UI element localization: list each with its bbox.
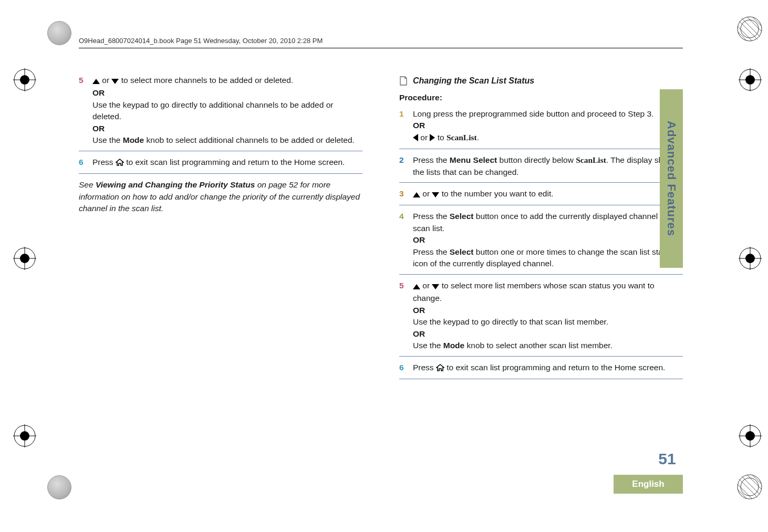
mode-label: Mode	[123, 135, 144, 144]
svg-line-7	[752, 17, 762, 26]
text: Use the keypad to go directly to that sc…	[413, 317, 608, 326]
step-number: 5	[79, 75, 86, 147]
crop-mark-icon	[739, 424, 762, 447]
crop-mark-icon	[13, 424, 36, 447]
or-label: OR	[413, 235, 425, 244]
svg-marker-45	[432, 192, 439, 197]
svg-line-15	[752, 475, 762, 484]
step-number: 6	[79, 157, 86, 169]
side-tab-label: Advanced Features	[665, 121, 678, 236]
right-triangle-icon	[430, 133, 435, 144]
left-triangle-icon	[413, 133, 418, 144]
step-number: 6	[399, 362, 407, 374]
cross-ref: Viewing and Changing the Priority Status	[96, 180, 255, 189]
left-column: 5 or to select more channels to be added…	[79, 75, 362, 384]
step-4-right: 4 Press the Select button once to add th…	[399, 211, 683, 269]
crop-mark-icon	[739, 247, 762, 270]
step-number: 4	[399, 211, 407, 269]
step-number: 2	[399, 154, 407, 178]
language-box: English	[614, 475, 683, 494]
crop-mark-icon	[13, 68, 36, 91]
svg-line-3	[742, 18, 760, 37]
procedure-label: Procedure:	[399, 92, 683, 103]
text: or	[100, 76, 111, 85]
down-triangle-icon	[111, 76, 119, 87]
svg-line-11	[742, 476, 760, 495]
scanlist-label: ScanList	[447, 133, 477, 142]
text: Press the	[413, 155, 450, 164]
step-6-left: 6 Press to exit scan list programming an…	[79, 157, 362, 169]
text: knob to select another scan list member.	[464, 341, 613, 350]
step-number: 3	[399, 188, 407, 201]
step-separator	[399, 274, 683, 275]
select-label: Select	[450, 212, 474, 221]
step-body: Press to exit scan list programming and …	[92, 157, 362, 169]
step-separator	[399, 356, 683, 357]
step-number: 5	[399, 280, 407, 352]
step-separator	[79, 151, 362, 151]
svg-line-14	[738, 489, 747, 499]
text: to the number you want to edit.	[439, 189, 553, 198]
select-label: Select	[450, 247, 474, 256]
document-icon	[399, 76, 408, 86]
language-label: English	[632, 479, 664, 489]
down-triangle-icon	[432, 189, 439, 201]
see-note: See Viewing and Changing the Priority St…	[79, 179, 362, 214]
registration-circle	[47, 475, 71, 499]
mode-label: Mode	[443, 341, 464, 350]
step-body: Press to exit scan list programming and …	[413, 362, 683, 374]
step-3-right: 3 or to the number you want to edit.	[399, 188, 683, 201]
registration-circle	[47, 21, 71, 45]
step-separator	[399, 379, 683, 379]
two-column-layout: 5 or to select more channels to be added…	[79, 75, 683, 384]
step-5-right: 5 or to select more list members whose s…	[399, 280, 683, 352]
text: to select more channels to be added or d…	[119, 76, 293, 85]
step-body: Long press the preprogrammed side button…	[413, 108, 683, 144]
step-separator	[399, 182, 683, 183]
text: Use the	[413, 341, 443, 350]
svg-marker-47	[432, 284, 439, 289]
step-5-left: 5 or to select more channels to be added…	[79, 75, 362, 147]
or-label: OR	[92, 124, 105, 133]
up-triangle-icon	[92, 76, 100, 87]
hatch-circle-icon	[736, 474, 763, 500]
crop-mark-icon	[739, 68, 762, 91]
text: Press the	[413, 212, 450, 221]
svg-line-10	[739, 479, 757, 497]
page-number-box: 51	[651, 446, 683, 472]
svg-point-8	[738, 475, 762, 499]
svg-point-0	[738, 17, 762, 41]
step-6-right: 6 Press to exit scan list programming an…	[399, 362, 683, 374]
text: button directly below	[497, 155, 576, 164]
text: to select more list members whose scan s…	[413, 281, 655, 302]
hatch-circle-icon	[736, 16, 763, 42]
header-rule	[79, 48, 683, 48]
home-icon	[436, 363, 444, 374]
text: Long press the preprogrammed side button…	[413, 109, 653, 118]
step-1-right: 1 Long press the preprogrammed side butt…	[399, 108, 683, 144]
text: See	[79, 180, 96, 189]
svg-line-2	[739, 21, 757, 39]
text: Press	[413, 363, 436, 372]
text: .	[477, 133, 479, 142]
text: knob to select additional channels to be…	[144, 135, 355, 144]
text: Press	[92, 158, 116, 166]
up-triangle-icon	[413, 281, 420, 293]
step-number: 1	[399, 108, 407, 144]
text: or	[418, 133, 430, 142]
text: Press the	[413, 247, 450, 256]
step-body: Press the Menu Select button directly be…	[413, 154, 683, 178]
svg-marker-44	[413, 192, 420, 197]
section-heading: Changing the Scan List Status	[399, 75, 683, 87]
or-label: OR	[413, 329, 425, 338]
text: to exit scan list programming and return…	[444, 363, 665, 372]
page-number: 51	[658, 450, 676, 468]
text: or	[420, 281, 432, 290]
svg-marker-46	[413, 284, 420, 289]
step-separator	[399, 149, 683, 149]
svg-marker-41	[111, 79, 119, 84]
svg-marker-42	[413, 134, 418, 141]
or-label: OR	[413, 306, 425, 315]
down-triangle-icon	[432, 281, 439, 293]
running-head: O9Head_68007024014_b.book Page 51 Wednes…	[79, 37, 683, 45]
